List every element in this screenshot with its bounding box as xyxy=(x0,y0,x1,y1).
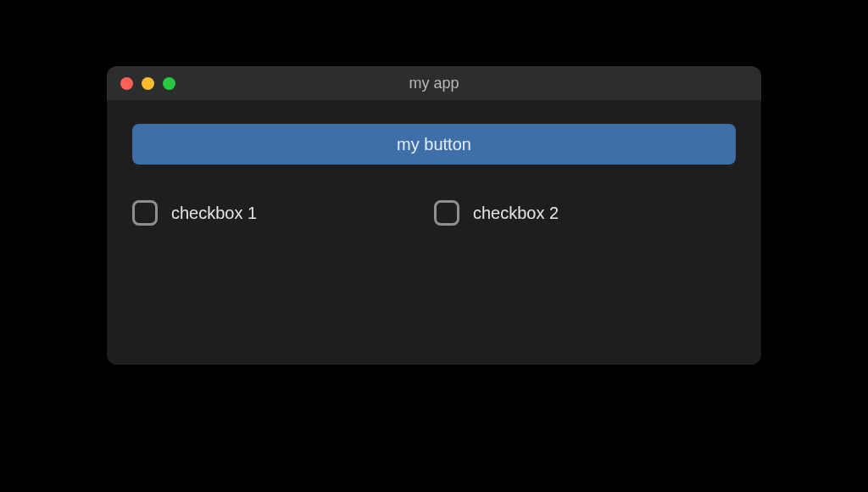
my-button[interactable]: my button xyxy=(132,124,736,165)
checkbox-1[interactable]: checkbox 1 xyxy=(132,200,434,226)
window-title: my app xyxy=(107,75,761,92)
checkbox-2[interactable]: checkbox 2 xyxy=(434,200,736,226)
minimize-icon[interactable] xyxy=(142,77,154,90)
titlebar: my app xyxy=(107,66,761,100)
checkbox-box-icon xyxy=(132,200,158,226)
checkbox-box-icon xyxy=(434,200,459,226)
app-window: my app my button checkbox 1 checkbox 2 xyxy=(107,66,761,365)
maximize-icon[interactable] xyxy=(163,77,175,90)
close-icon[interactable] xyxy=(120,77,133,90)
checkbox-2-label: checkbox 2 xyxy=(473,204,559,223)
window-content: my button checkbox 1 checkbox 2 xyxy=(107,100,761,365)
checkbox-row: checkbox 1 checkbox 2 xyxy=(132,200,736,226)
checkbox-1-label: checkbox 1 xyxy=(171,204,257,223)
window-controls xyxy=(107,77,175,90)
